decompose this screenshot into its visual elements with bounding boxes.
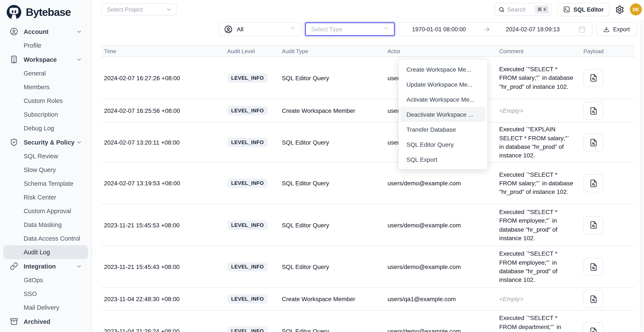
payload-view-button[interactable]	[584, 102, 603, 120]
sidebar-group-label: Account	[24, 28, 48, 35]
sidebar-item-slow-query[interactable]: Slow Query	[4, 163, 88, 177]
audit-type-select[interactable]: Select Type	[305, 22, 395, 36]
chevron-down-icon	[76, 28, 82, 34]
payload-view-button[interactable]	[584, 133, 603, 152]
audit-level-badge: LEVEL_INFO	[227, 106, 268, 115]
sidebar-group-workspace[interactable]: Workspace	[4, 52, 88, 66]
menu-item-transfer-database[interactable]: Transfer Database	[400, 122, 486, 137]
project-select-label: Select Project	[107, 6, 143, 13]
sidebar-group-archived[interactable]: Archived	[4, 315, 88, 329]
cell-audit-level: LEVEL_INFO	[225, 294, 279, 304]
cell-audit-type: Create Workspace Member	[279, 296, 385, 302]
sidebar-group-label: Integration	[24, 263, 56, 270]
sidebar: Bytebase AccountProfileWorkspaceGeneralM…	[0, 0, 92, 332]
table-row: 2023-11-04 21:26:24 +08:00LEVEL_INFOSQL …	[102, 311, 634, 332]
sidebar-group-account[interactable]: Account	[4, 24, 88, 39]
cell-time: 2024-02-07 16:25:56 +08:00	[102, 107, 225, 114]
sql-editor-button[interactable]: SQL Editor	[557, 3, 610, 16]
brand-logo[interactable]: Bytebase	[0, 2, 88, 24]
payload-view-button[interactable]	[584, 290, 603, 308]
sidebar-item-sso[interactable]: SSO	[4, 287, 88, 301]
search-placeholder: Search	[507, 6, 532, 13]
app-root: Bytebase AccountProfileWorkspaceGeneralM…	[0, 0, 644, 332]
cell-comment: Executed `"SELECT * FROM salary;"` in da…	[497, 170, 581, 196]
payload-view-button[interactable]	[584, 174, 603, 192]
cell-time: 2023-11-04 21:26:24 +08:00	[102, 328, 225, 332]
date-range-end[interactable]: 2024-02-07 18:09:13	[506, 26, 560, 32]
user-circle-icon	[224, 25, 232, 33]
sql-editor-label: SQL Editor	[573, 6, 604, 13]
chevron-down-icon	[76, 139, 82, 145]
sidebar-group-integration[interactable]: Integration	[4, 259, 88, 273]
sidebar-item-data-access-control[interactable]: Data Access Control	[4, 232, 88, 245]
vertical-scrollbar[interactable]	[640, 20, 644, 332]
table-row: 2024-02-07 13:19:53 +08:00LEVEL_INFOSQL …	[102, 163, 634, 204]
audit-level-badge: LEVEL_INFO	[227, 294, 268, 304]
date-range-picker[interactable]: 1970-01-01 08:00:00 2024-02-07 18:09:13	[399, 22, 592, 36]
search-input[interactable]: Search ⌘ K	[494, 3, 552, 16]
project-select[interactable]: Select Project	[102, 3, 176, 15]
menu-item-update-workspace-me[interactable]: Update Workspace Me...	[400, 77, 486, 92]
audit-level-badge: LEVEL_INFO	[227, 138, 268, 147]
brand-name: Bytebase	[26, 6, 71, 18]
column-header-time: Time	[102, 48, 225, 54]
chevron-down-icon	[76, 56, 82, 62]
cell-time: 2024-02-07 13:19:53 +08:00	[102, 180, 225, 186]
topbar-right: Search ⌘ K SQL Editor DE	[494, 3, 642, 16]
table-header-row: TimeAudit LevelAudit TypeActorCommentPay…	[102, 45, 634, 57]
sidebar-item-custom-roles[interactable]: Custom Roles	[4, 94, 88, 108]
sidebar-item-mail-delivery[interactable]: Mail Delivery	[4, 301, 88, 315]
audit-type-placeholder: Select Type	[311, 26, 383, 33]
sidebar-item-data-masking[interactable]: Data Masking	[4, 218, 88, 232]
payload-view-button[interactable]	[584, 69, 603, 87]
sidebar-item-gitops[interactable]: GitOps	[4, 273, 88, 287]
empty-placeholder: <Empty>	[499, 296, 523, 302]
sidebar-item-schema-template[interactable]: Schema Template	[4, 177, 88, 190]
menu-item-create-workspace-me[interactable]: Create Workspace Me...	[400, 62, 486, 77]
sidebar-item-profile[interactable]: Profile	[4, 39, 88, 52]
file-search-icon	[589, 74, 598, 82]
payload-view-button[interactable]	[584, 322, 603, 332]
sidebar-item-audit-log[interactable]: Audit Log	[4, 245, 88, 259]
cell-time: 2024-02-07 13:20:11 +08:00	[102, 139, 225, 146]
menu-item-sql-export[interactable]: SQL Export	[400, 152, 486, 167]
cell-time: 2023-11-04 22:48:30 +08:00	[102, 296, 225, 302]
cell-actor: users/demo@example.com	[385, 263, 497, 270]
cell-payload	[581, 102, 634, 120]
cell-payload	[581, 258, 634, 276]
sidebar-item-custom-approval[interactable]: Custom Approval	[4, 204, 88, 218]
sidebar-item-debug-log[interactable]: Debug Log	[4, 121, 88, 135]
cell-comment: Executed `"SELECT * FROM department;"` i…	[497, 314, 581, 332]
table-row: 2024-02-07 16:25:56 +08:00LEVEL_INFOCrea…	[102, 99, 634, 123]
payload-view-button[interactable]	[584, 258, 603, 276]
audit-level-badge: LEVEL_INFO	[227, 262, 268, 272]
audit-type-dropdown-menu: Create Workspace Me...Update Workspace M…	[398, 59, 488, 169]
cell-comment: <Empty>	[497, 106, 581, 115]
sidebar-item-risk-center[interactable]: Risk Center	[4, 190, 88, 204]
sidebar-item-sql-review[interactable]: SQL Review	[4, 149, 88, 163]
export-button[interactable]: Export	[596, 22, 637, 36]
chevron-down-icon	[76, 263, 82, 269]
sidebar-item-members[interactable]: Members	[4, 80, 88, 94]
sidebar-group-label: Archived	[24, 318, 50, 325]
date-range-start[interactable]: 1970-01-01 08:00:00	[412, 26, 466, 32]
arrow-right-icon	[484, 26, 490, 32]
cell-time: 2023-11-21 15:45:43 +08:00	[102, 263, 225, 270]
settings-gear-icon[interactable]	[615, 5, 624, 14]
cell-comment: Executed `"SELECT * FROM salary;"` in da…	[497, 65, 581, 91]
payload-view-button[interactable]	[584, 216, 603, 234]
archive-icon	[10, 318, 18, 326]
sidebar-item-subscription[interactable]: Subscription	[4, 108, 88, 121]
table-row: 2023-11-04 22:48:30 +08:00LEVEL_INFOCrea…	[102, 288, 634, 311]
menu-item-activate-workspace-me[interactable]: Activate Workspace Me...	[400, 92, 486, 107]
main-content: Select Project Search ⌘ K SQL Editor DE	[92, 0, 644, 332]
user-avatar[interactable]: DE	[630, 3, 642, 15]
cell-audit-type: SQL Editor Query	[279, 180, 385, 186]
menu-item-sql-editor-query[interactable]: SQL Editor Query	[400, 137, 486, 152]
table-body: 2024-02-07 16:27:26 +08:00LEVEL_INFOSQL …	[102, 57, 634, 332]
menu-item-deactivate-workspace[interactable]: Deactivate Workspace ...	[400, 107, 486, 122]
actor-filter-select[interactable]: All	[219, 22, 301, 36]
cell-audit-type: SQL Editor Query	[279, 139, 385, 146]
sidebar-group-security-policy[interactable]: Security & Policy	[4, 135, 88, 149]
sidebar-item-general[interactable]: General	[4, 66, 88, 80]
